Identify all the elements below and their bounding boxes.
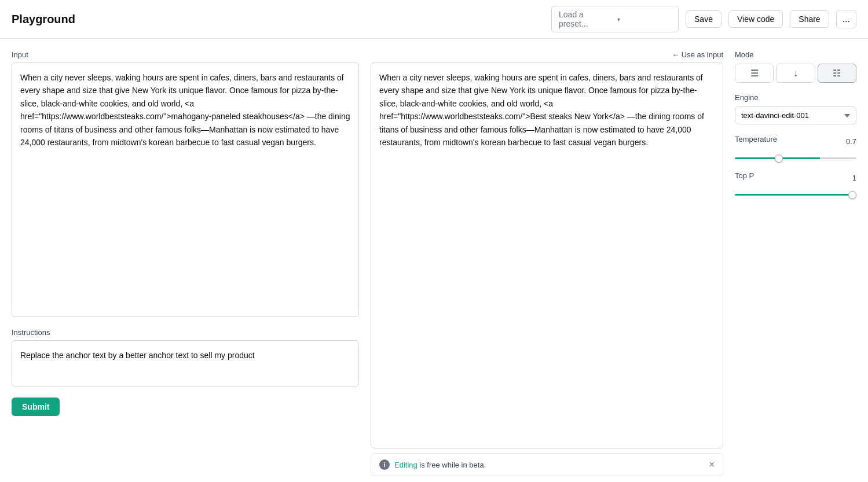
edit-mode-button[interactable]: ☷ [818, 64, 856, 83]
engine-label: Engine [735, 93, 856, 102]
output-text: When a city never sleeps, waking hours a… [371, 62, 723, 448]
beta-notice-close[interactable]: × [709, 459, 715, 470]
insert-mode-button[interactable]: ↓ [776, 64, 815, 83]
engine-select[interactable]: text-davinci-edit-001 code-davinci-edit-… [735, 106, 856, 124]
preset-placeholder: Load a preset... [559, 10, 613, 28]
complete-mode-button[interactable]: ☰ [735, 64, 774, 83]
complete-mode-icon: ☰ [750, 68, 759, 79]
preset-dropdown[interactable]: Load a preset... ▾ [551, 6, 679, 32]
input-label: Input [12, 50, 359, 59]
temperature-label: Temperature [735, 135, 777, 144]
use-as-input-button[interactable]: ← Use as input [672, 50, 723, 59]
mode-section: Mode ☰ ↓ ☷ [735, 50, 856, 83]
save-button[interactable]: Save [686, 10, 721, 28]
top-p-row: Top P 1 [735, 171, 856, 185]
chevron-down-icon: ▾ [617, 16, 671, 23]
temperature-row: Temperature 0.7 [735, 135, 856, 148]
info-icon: i [379, 459, 390, 470]
beta-notice-suffix: is free while in beta. [417, 461, 486, 469]
top-p-section: Top P 1 [735, 171, 856, 197]
view-code-button[interactable]: View code [728, 10, 783, 28]
instructions-section: Instructions [12, 328, 359, 388]
header: Playground Load a preset... ▾ Save View … [0, 0, 868, 39]
main-layout: Input Instructions Submit ← Use as input… [0, 39, 868, 482]
edit-mode-icon: ☷ [833, 68, 841, 79]
submit-button[interactable]: Submit [12, 398, 60, 416]
editing-link[interactable]: Editing [394, 461, 417, 469]
instructions-label: Instructions [12, 328, 359, 337]
page-title: Playground [12, 13, 544, 26]
instructions-textarea[interactable] [12, 340, 359, 387]
temperature-slider[interactable] [735, 157, 856, 159]
top-p-label: Top P [735, 171, 754, 180]
engine-section: Engine text-davinci-edit-001 code-davinc… [735, 93, 856, 124]
mode-buttons: ☰ ↓ ☷ [735, 64, 856, 83]
top-p-value: 1 [852, 174, 856, 182]
mode-label: Mode [735, 50, 856, 59]
more-button[interactable]: ... [836, 10, 856, 28]
use-as-input-row: ← Use as input [371, 50, 723, 59]
beta-notice-text: Editing is free while in beta. [394, 461, 486, 469]
input-section: Input [12, 50, 359, 319]
insert-mode-icon: ↓ [793, 68, 798, 79]
temperature-value: 0.7 [846, 137, 856, 146]
temperature-section: Temperature 0.7 [735, 135, 856, 161]
beta-notice: i Editing is free while in beta. × [371, 453, 723, 476]
input-textarea[interactable] [12, 62, 359, 317]
top-p-slider[interactable] [735, 194, 856, 196]
share-button[interactable]: Share [790, 10, 829, 28]
right-panel: Mode ☰ ↓ ☷ Engine text-davinci-edit-001 … [735, 50, 856, 476]
left-panel: Input Instructions Submit [12, 50, 359, 476]
middle-panel: ← Use as input When a city never sleeps,… [371, 50, 723, 476]
